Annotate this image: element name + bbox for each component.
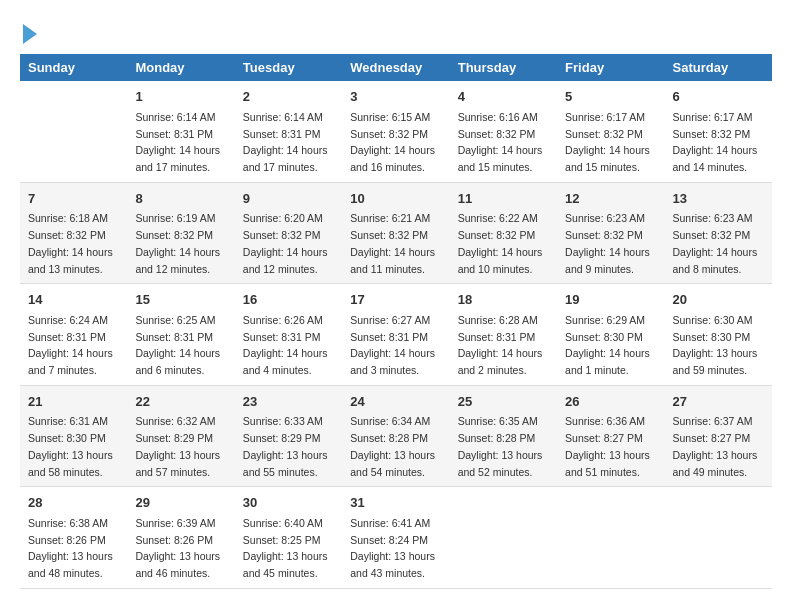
day-cell: 28 Sunrise: 6:38 AMSunset: 8:26 PMDaylig… [20,487,127,589]
day-cell [450,487,557,589]
page-header [20,20,772,44]
sunrise-text: Sunrise: 6:32 AMSunset: 8:29 PMDaylight:… [135,415,220,477]
day-number: 6 [673,87,764,107]
sunrise-text: Sunrise: 6:36 AMSunset: 8:27 PMDaylight:… [565,415,650,477]
sunrise-text: Sunrise: 6:21 AMSunset: 8:32 PMDaylight:… [350,212,435,274]
day-cell: 29 Sunrise: 6:39 AMSunset: 8:26 PMDaylig… [127,487,234,589]
day-number: 10 [350,189,441,209]
day-cell: 13 Sunrise: 6:23 AMSunset: 8:32 PMDaylig… [665,182,772,284]
day-cell: 20 Sunrise: 6:30 AMSunset: 8:30 PMDaylig… [665,284,772,386]
day-number: 5 [565,87,656,107]
week-row-4: 21 Sunrise: 6:31 AMSunset: 8:30 PMDaylig… [20,385,772,487]
sunrise-text: Sunrise: 6:34 AMSunset: 8:28 PMDaylight:… [350,415,435,477]
day-number: 23 [243,392,334,412]
week-row-3: 14 Sunrise: 6:24 AMSunset: 8:31 PMDaylig… [20,284,772,386]
sunrise-text: Sunrise: 6:30 AMSunset: 8:30 PMDaylight:… [673,314,758,376]
day-cell: 9 Sunrise: 6:20 AMSunset: 8:32 PMDayligh… [235,182,342,284]
column-header-tuesday: Tuesday [235,54,342,81]
week-row-1: 1 Sunrise: 6:14 AMSunset: 8:31 PMDayligh… [20,81,772,182]
sunrise-text: Sunrise: 6:39 AMSunset: 8:26 PMDaylight:… [135,517,220,579]
day-cell: 14 Sunrise: 6:24 AMSunset: 8:31 PMDaylig… [20,284,127,386]
sunrise-text: Sunrise: 6:23 AMSunset: 8:32 PMDaylight:… [673,212,758,274]
sunrise-text: Sunrise: 6:33 AMSunset: 8:29 PMDaylight:… [243,415,328,477]
day-number: 12 [565,189,656,209]
sunrise-text: Sunrise: 6:20 AMSunset: 8:32 PMDaylight:… [243,212,328,274]
day-number: 30 [243,493,334,513]
day-cell: 8 Sunrise: 6:19 AMSunset: 8:32 PMDayligh… [127,182,234,284]
day-cell: 22 Sunrise: 6:32 AMSunset: 8:29 PMDaylig… [127,385,234,487]
day-cell: 2 Sunrise: 6:14 AMSunset: 8:31 PMDayligh… [235,81,342,182]
column-header-monday: Monday [127,54,234,81]
sunrise-text: Sunrise: 6:29 AMSunset: 8:30 PMDaylight:… [565,314,650,376]
day-cell: 19 Sunrise: 6:29 AMSunset: 8:30 PMDaylig… [557,284,664,386]
day-cell: 26 Sunrise: 6:36 AMSunset: 8:27 PMDaylig… [557,385,664,487]
day-cell: 15 Sunrise: 6:25 AMSunset: 8:31 PMDaylig… [127,284,234,386]
day-number: 24 [350,392,441,412]
day-number: 28 [28,493,119,513]
day-cell: 16 Sunrise: 6:26 AMSunset: 8:31 PMDaylig… [235,284,342,386]
day-cell: 17 Sunrise: 6:27 AMSunset: 8:31 PMDaylig… [342,284,449,386]
sunrise-text: Sunrise: 6:14 AMSunset: 8:31 PMDaylight:… [243,111,328,173]
sunrise-text: Sunrise: 6:40 AMSunset: 8:25 PMDaylight:… [243,517,328,579]
day-number: 13 [673,189,764,209]
sunrise-text: Sunrise: 6:18 AMSunset: 8:32 PMDaylight:… [28,212,113,274]
sunrise-text: Sunrise: 6:24 AMSunset: 8:31 PMDaylight:… [28,314,113,376]
day-number: 17 [350,290,441,310]
day-number: 9 [243,189,334,209]
day-number: 22 [135,392,226,412]
day-number: 21 [28,392,119,412]
day-cell: 3 Sunrise: 6:15 AMSunset: 8:32 PMDayligh… [342,81,449,182]
column-header-saturday: Saturday [665,54,772,81]
day-cell: 25 Sunrise: 6:35 AMSunset: 8:28 PMDaylig… [450,385,557,487]
column-header-thursday: Thursday [450,54,557,81]
day-cell: 4 Sunrise: 6:16 AMSunset: 8:32 PMDayligh… [450,81,557,182]
sunrise-text: Sunrise: 6:35 AMSunset: 8:28 PMDaylight:… [458,415,543,477]
day-number: 14 [28,290,119,310]
day-number: 8 [135,189,226,209]
sunrise-text: Sunrise: 6:41 AMSunset: 8:24 PMDaylight:… [350,517,435,579]
sunrise-text: Sunrise: 6:17 AMSunset: 8:32 PMDaylight:… [565,111,650,173]
day-number: 3 [350,87,441,107]
sunrise-text: Sunrise: 6:22 AMSunset: 8:32 PMDaylight:… [458,212,543,274]
day-cell: 1 Sunrise: 6:14 AMSunset: 8:31 PMDayligh… [127,81,234,182]
day-cell [557,487,664,589]
day-cell: 30 Sunrise: 6:40 AMSunset: 8:25 PMDaylig… [235,487,342,589]
day-cell: 24 Sunrise: 6:34 AMSunset: 8:28 PMDaylig… [342,385,449,487]
column-header-sunday: Sunday [20,54,127,81]
logo-arrow-icon [23,24,37,44]
day-cell: 23 Sunrise: 6:33 AMSunset: 8:29 PMDaylig… [235,385,342,487]
column-header-wednesday: Wednesday [342,54,449,81]
day-number: 20 [673,290,764,310]
day-number: 25 [458,392,549,412]
day-cell: 10 Sunrise: 6:21 AMSunset: 8:32 PMDaylig… [342,182,449,284]
day-number: 19 [565,290,656,310]
sunrise-text: Sunrise: 6:15 AMSunset: 8:32 PMDaylight:… [350,111,435,173]
week-row-5: 28 Sunrise: 6:38 AMSunset: 8:26 PMDaylig… [20,487,772,589]
day-cell: 6 Sunrise: 6:17 AMSunset: 8:32 PMDayligh… [665,81,772,182]
day-number: 31 [350,493,441,513]
day-cell: 12 Sunrise: 6:23 AMSunset: 8:32 PMDaylig… [557,182,664,284]
sunrise-text: Sunrise: 6:28 AMSunset: 8:31 PMDaylight:… [458,314,543,376]
day-cell: 11 Sunrise: 6:22 AMSunset: 8:32 PMDaylig… [450,182,557,284]
day-number: 16 [243,290,334,310]
week-row-2: 7 Sunrise: 6:18 AMSunset: 8:32 PMDayligh… [20,182,772,284]
day-number: 7 [28,189,119,209]
logo [20,20,37,44]
day-number: 11 [458,189,549,209]
day-cell: 5 Sunrise: 6:17 AMSunset: 8:32 PMDayligh… [557,81,664,182]
day-number: 15 [135,290,226,310]
sunrise-text: Sunrise: 6:38 AMSunset: 8:26 PMDaylight:… [28,517,113,579]
column-header-friday: Friday [557,54,664,81]
sunrise-text: Sunrise: 6:25 AMSunset: 8:31 PMDaylight:… [135,314,220,376]
sunrise-text: Sunrise: 6:27 AMSunset: 8:31 PMDaylight:… [350,314,435,376]
day-number: 29 [135,493,226,513]
sunrise-text: Sunrise: 6:31 AMSunset: 8:30 PMDaylight:… [28,415,113,477]
sunrise-text: Sunrise: 6:19 AMSunset: 8:32 PMDaylight:… [135,212,220,274]
calendar-table: SundayMondayTuesdayWednesdayThursdayFrid… [20,54,772,589]
day-cell: 21 Sunrise: 6:31 AMSunset: 8:30 PMDaylig… [20,385,127,487]
calendar-header-row: SundayMondayTuesdayWednesdayThursdayFrid… [20,54,772,81]
day-cell [20,81,127,182]
day-cell [665,487,772,589]
day-number: 18 [458,290,549,310]
sunrise-text: Sunrise: 6:26 AMSunset: 8:31 PMDaylight:… [243,314,328,376]
